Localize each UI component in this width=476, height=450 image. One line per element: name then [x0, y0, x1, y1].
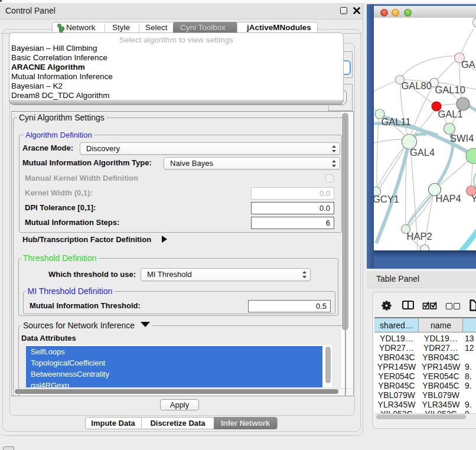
svg-text:GAL1: GAL1	[438, 109, 463, 119]
svg-text:GAL80: GAL80	[402, 80, 432, 91]
svg-text:GAL10: GAL10	[435, 84, 465, 95]
svg-text:YL: YL	[471, 193, 476, 204]
svg-text:GAL2: GAL2	[461, 59, 476, 70]
svg-text:GCY1: GCY1	[374, 194, 399, 204]
svg-text:SWI4: SWI4	[450, 133, 474, 144]
svg-text:HAP4: HAP4	[436, 193, 461, 204]
svg-text:GAL11: GAL11	[382, 116, 411, 127]
svg-text:HAP2: HAP2	[407, 231, 432, 242]
svg-text:GAL4: GAL4	[410, 147, 435, 158]
